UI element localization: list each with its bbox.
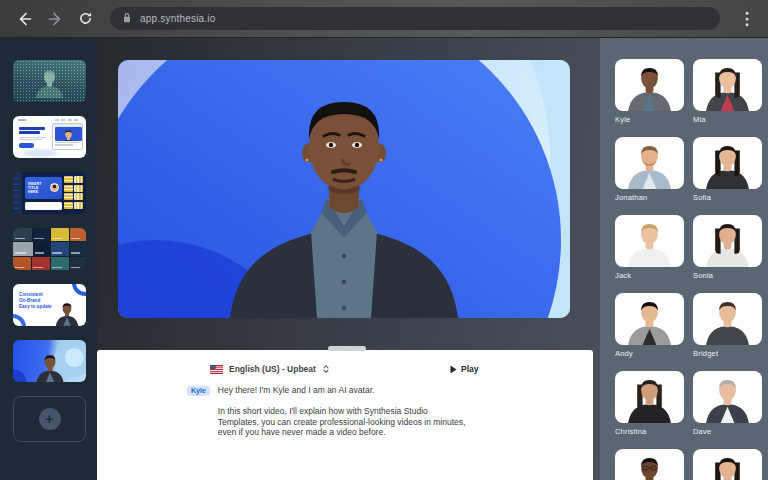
avatar-card-dave[interactable] — [693, 371, 762, 423]
avatar-card-jonathan[interactable] — [615, 137, 684, 189]
scene-title-text: INSERT TITLE HERE — [28, 182, 48, 194]
add-scene-button[interactable]: + — [13, 396, 86, 442]
play-button[interactable]: Play — [450, 360, 479, 378]
avatar-name: Sofia — [693, 193, 762, 202]
chevron-updown-icon — [322, 360, 330, 378]
script-paragraph: Hey there! I'm Kyle and I am an AI avata… — [218, 385, 468, 396]
avatar-name: Jack — [615, 271, 684, 280]
avatar-name: Jonathan — [615, 193, 684, 202]
avatar-cell-jonathan: Jonathan — [615, 137, 684, 215]
avatar-card-sofia[interactable] — [693, 137, 762, 189]
voice-selector[interactable]: English (US) - Upbeat — [210, 360, 330, 378]
avatar-name: Mia — [693, 115, 762, 124]
avatar-card-sonia[interactable] — [693, 215, 762, 267]
avatar-cell-mia: Mia — [693, 59, 762, 137]
avatar-card-mia[interactable] — [693, 59, 762, 111]
back-icon[interactable] — [12, 6, 38, 32]
plus-icon: + — [39, 408, 61, 430]
avatar-gallery: KyleMiaJonathanSofiaJackSoniaAndyBridget… — [600, 38, 768, 480]
app-content: INSERT TITLE HERE ConsistentOn-BrandEasy… — [0, 38, 768, 480]
browser-menu-icon[interactable] — [738, 8, 756, 30]
avatar-cell-kyle: Kyle — [615, 59, 684, 137]
avatar-card-andy[interactable] — [615, 293, 684, 345]
avatar-card-kyle[interactable] — [615, 59, 684, 111]
video-canvas[interactable] — [118, 60, 570, 318]
avatar-name: Christina — [615, 427, 684, 436]
url-bar[interactable]: app.synthesia.io — [110, 7, 720, 30]
script-editor[interactable]: Kyle Hey there! I'm Kyle and I am an AI … — [187, 385, 468, 448]
particle-figure — [27, 65, 72, 102]
avatar-cell-bridget: Bridget — [693, 293, 762, 371]
avatar-cell-sonia: Sonia — [693, 215, 762, 293]
avatar-card[interactable] — [615, 449, 684, 480]
voice-label: English (US) - Upbeat — [229, 364, 316, 374]
lock-icon — [122, 10, 132, 28]
speaker-badge: Kyle — [187, 386, 210, 396]
avatar-cell-christina: Christina — [615, 371, 684, 449]
us-flag-icon — [210, 360, 223, 378]
scene-thumbnail-4[interactable] — [13, 228, 86, 270]
scene-thumbnail-3[interactable]: INSERT TITLE HERE — [13, 172, 86, 214]
avatar-name: Dave — [693, 427, 762, 436]
mini-avatar-figure — [49, 299, 85, 326]
script-panel: English (US) - Upbeat Play Kyle Hey ther… — [97, 350, 593, 480]
scene-sidebar: INSERT TITLE HERE ConsistentOn-BrandEasy… — [0, 38, 97, 480]
avatar-name: Andy — [615, 349, 684, 358]
play-icon — [450, 360, 457, 378]
refresh-icon[interactable] — [72, 6, 98, 32]
avatar-name: Bridget — [693, 349, 762, 358]
forward-icon[interactable] — [42, 6, 68, 32]
scene-thumbnail-1[interactable] — [13, 60, 86, 102]
url-text: app.synthesia.io — [140, 13, 215, 24]
brand-slide-text: ConsistentOn-BrandEasy to update — [19, 292, 52, 311]
scene-thumbnail-5[interactable]: ConsistentOn-BrandEasy to update — [13, 284, 86, 326]
mini-avatar-figure — [28, 350, 72, 382]
browser-toolbar: app.synthesia.io — [0, 0, 768, 38]
play-label: Play — [461, 364, 479, 374]
scene-thumbnail-2[interactable] — [13, 116, 86, 158]
editor-main: English (US) - Upbeat Play Kyle Hey ther… — [97, 38, 600, 480]
avatar-name: Sonia — [693, 271, 762, 280]
script-paragraph: In this short video, I'll explain how wi… — [218, 406, 468, 438]
scene-thumbnail-6[interactable] — [13, 340, 86, 382]
avatar-card-christina[interactable] — [615, 371, 684, 423]
mini-avatar-circle — [50, 183, 59, 192]
panel-drag-handle[interactable] — [328, 346, 366, 351]
avatar-cell — [693, 449, 762, 480]
avatar-cell-jack: Jack — [615, 215, 684, 293]
avatar-cell-dave: Dave — [693, 371, 762, 449]
script-text[interactable]: Hey there! I'm Kyle and I am an AI avata… — [218, 385, 468, 448]
avatar-cell-andy: Andy — [615, 293, 684, 371]
avatar-name: Kyle — [615, 115, 684, 124]
avatar-card[interactable] — [693, 449, 762, 480]
avatar-cell — [615, 449, 684, 480]
avatar-card-jack[interactable] — [615, 215, 684, 267]
avatar-card-bridget[interactable] — [693, 293, 762, 345]
avatar-cell-sofia: Sofia — [693, 137, 762, 215]
